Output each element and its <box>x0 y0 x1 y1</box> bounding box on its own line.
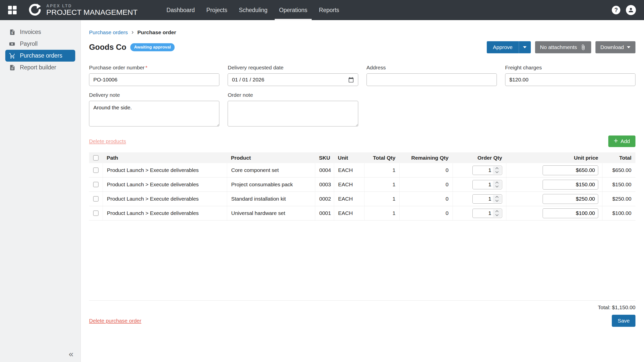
delete-purchase-order-link[interactable]: Delete purchase order <box>89 318 141 324</box>
cell-remaining-qty: 0 <box>399 206 453 220</box>
qty-spinner-buttons[interactable] <box>493 167 501 174</box>
row-checkbox[interactable] <box>93 182 99 187</box>
order-qty-stepper <box>472 209 502 218</box>
cell-path: Product Launch > Execute deliverables <box>103 177 227 192</box>
main-content: Purchase orders Purchase order Goods Co … <box>81 20 644 362</box>
payroll-icon <box>9 41 16 47</box>
nav-item-reports[interactable]: Reports <box>313 0 345 20</box>
nav-item-projects[interactable]: Projects <box>200 0 233 20</box>
order-note-label: Order note <box>228 92 358 98</box>
apps-grid-icon[interactable] <box>8 6 17 14</box>
cell-remaining-qty: 0 <box>399 192 453 206</box>
sidebar: $ Invoices Payroll Purchase orders Repor… <box>0 20 81 362</box>
unit-price-input[interactable] <box>543 208 598 218</box>
cell-unit: EACH <box>334 163 364 177</box>
cell-sku: 0001 <box>315 206 334 220</box>
table-row: Product Launch > Execute deliverables Co… <box>89 163 635 177</box>
order-qty-input[interactable] <box>473 180 493 189</box>
download-label: Download <box>600 44 624 50</box>
freight-label: Freight charges <box>505 65 635 71</box>
cell-product: Universal hardware set <box>227 206 315 220</box>
qty-spinner-buttons[interactable] <box>493 195 501 203</box>
delivery-note-field[interactable]: Around the side. <box>89 101 219 126</box>
sidebar-collapse-icon[interactable]: « <box>69 349 73 358</box>
po-number-label: Purchase order number* <box>89 65 219 71</box>
sidebar-item-label: Report builder <box>20 64 56 71</box>
nav-item-operations[interactable]: Operations <box>273 0 313 20</box>
cart-icon <box>9 53 16 59</box>
order-qty-stepper <box>472 180 502 189</box>
add-product-button[interactable]: + Add <box>608 135 635 147</box>
chevron-down-icon <box>495 213 499 216</box>
calendar-icon[interactable] <box>348 77 354 83</box>
table-row: Product Launch > Execute deliverables Pr… <box>89 177 635 192</box>
nav-item-dashboard[interactable]: Dashboard <box>161 0 201 20</box>
attachments-button[interactable]: No attachments <box>535 41 591 53</box>
col-header-unit: Unit <box>334 155 364 161</box>
download-button[interactable]: Download <box>595 41 635 53</box>
sidebar-item-purchase-orders[interactable]: Purchase orders <box>5 50 75 62</box>
chevron-down-icon <box>495 170 499 173</box>
company-logo-icon <box>28 3 42 17</box>
col-header-order-qty: Order Qty <box>453 155 506 161</box>
nav-item-scheduling[interactable]: Scheduling <box>233 0 273 20</box>
col-header-unit-price: Unit price <box>506 155 602 161</box>
unit-price-input[interactable] <box>543 194 598 204</box>
top-navbar: APEX LTD PROJECT MANAGEMENT Dashboard Pr… <box>0 0 644 20</box>
cell-sku: 0004 <box>315 163 334 177</box>
cell-total: $150.00 <box>602 177 635 192</box>
caret-down-icon <box>523 46 527 48</box>
qty-spinner-buttons[interactable] <box>493 210 501 217</box>
cell-total: $100.00 <box>602 206 635 220</box>
order-qty-input[interactable] <box>473 166 493 175</box>
col-header-sku: SKU <box>315 155 334 161</box>
unit-price-input[interactable] <box>543 180 598 190</box>
approve-dropdown-button[interactable] <box>519 41 531 53</box>
approve-split-button: Approve <box>487 41 531 53</box>
breadcrumb-parent-link[interactable]: Purchase orders <box>89 29 128 35</box>
user-avatar-icon[interactable] <box>626 5 636 15</box>
cell-path: Product Launch > Execute deliverables <box>103 192 227 206</box>
sidebar-item-label: Purchase orders <box>20 52 62 59</box>
help-icon[interactable]: ? <box>612 6 620 14</box>
select-all-checkbox[interactable] <box>93 155 99 161</box>
po-number-field[interactable] <box>89 73 219 86</box>
attachments-label: No attachments <box>540 44 577 50</box>
paperclip-icon <box>580 44 586 50</box>
save-button[interactable]: Save <box>612 315 635 327</box>
order-note-field[interactable] <box>228 101 358 126</box>
required-asterisk: * <box>145 65 147 70</box>
row-checkbox[interactable] <box>93 210 99 216</box>
report-icon <box>9 64 16 71</box>
unit-price-input[interactable] <box>543 165 598 175</box>
order-qty-input[interactable] <box>473 209 493 218</box>
cell-remaining-qty: 0 <box>399 163 453 177</box>
row-checkbox[interactable] <box>93 196 99 202</box>
brand-block: APEX LTD PROJECT MANAGEMENT <box>46 4 138 17</box>
cell-sku: 0003 <box>315 177 334 192</box>
sidebar-item-report-builder[interactable]: Report builder <box>5 62 75 73</box>
order-qty-input[interactable] <box>473 195 493 203</box>
table-header-row: Path Product SKU Unit Total Qty Remainin… <box>89 152 635 163</box>
cell-total: $250.00 <box>602 192 635 206</box>
delivery-date-field[interactable]: 01 / 01 / 2026 <box>228 73 358 86</box>
delivery-date-label: Delivery requested date <box>228 65 358 71</box>
cell-unit: EACH <box>334 206 364 220</box>
address-field[interactable] <box>367 73 497 86</box>
products-table: Path Product SKU Unit Total Qty Remainin… <box>89 152 635 220</box>
cell-product: Project consumables pack <box>227 177 315 192</box>
qty-spinner-buttons[interactable] <box>493 181 501 188</box>
app-title: PROJECT MANAGEMENT <box>46 8 138 16</box>
sidebar-item-payroll[interactable]: Payroll <box>5 38 75 50</box>
delete-products-link[interactable]: Delete products <box>89 138 126 144</box>
freight-charges-field[interactable] <box>505 73 635 86</box>
order-qty-stepper <box>472 194 502 204</box>
cell-unit: EACH <box>334 177 364 192</box>
cell-total: $650.00 <box>602 163 635 177</box>
sidebar-item-invoices[interactable]: $ Invoices <box>5 26 75 38</box>
cell-product: Standard installation kit <box>227 192 315 206</box>
approve-button[interactable]: Approve <box>487 41 518 53</box>
cell-path: Product Launch > Execute deliverables <box>103 163 227 177</box>
cell-total-qty: 1 <box>364 206 399 220</box>
row-checkbox[interactable] <box>93 167 99 173</box>
